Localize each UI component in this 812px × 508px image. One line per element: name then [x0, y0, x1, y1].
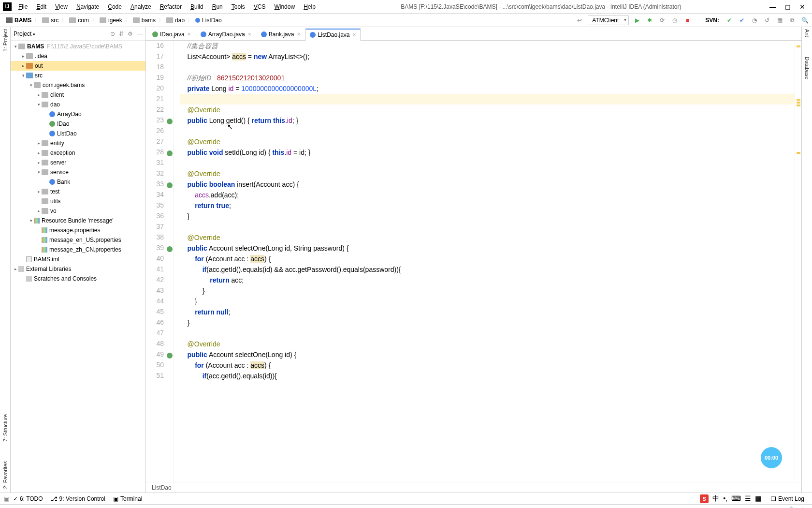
hide-panel-icon[interactable]: —	[137, 30, 143, 37]
svn-revert-icon[interactable]: ↺	[763, 16, 771, 25]
stop-button[interactable]: ■	[683, 16, 692, 25]
breadcrumb-listdao[interactable]: ListDao	[192, 16, 225, 25]
tab-bank[interactable]: Bank.java×	[257, 29, 305, 40]
tab-close-icon[interactable]: ×	[248, 31, 251, 38]
todo-tab[interactable]: ✓6: TODO	[9, 495, 47, 502]
menu-window[interactable]: Window	[270, 1, 299, 12]
menu-tools[interactable]: Tools	[228, 1, 249, 12]
menu-vcs[interactable]: VCS	[250, 1, 270, 12]
tree-item-listdao[interactable]: ListDao	[11, 129, 145, 138]
menu-run[interactable]: Run	[208, 1, 227, 12]
menu-navigate[interactable]: Navigate	[72, 1, 103, 12]
run-button[interactable]: ▶	[633, 16, 641, 25]
tree-item-bams-iml[interactable]: BAMS.iml	[11, 254, 145, 264]
tree-item-out[interactable]: ▸out	[11, 61, 145, 71]
ime-settings-icon[interactable]: ☰	[745, 494, 751, 503]
breadcrumb-igeek[interactable]: igeek	[97, 16, 125, 25]
tab-listdao[interactable]: ListDao.java×	[305, 29, 360, 41]
tree-item-service[interactable]: ▾service	[11, 167, 145, 177]
svn-update-icon[interactable]: ✔	[738, 16, 746, 25]
project-structure-icon[interactable]: ▦	[775, 16, 784, 25]
svn-history-icon[interactable]: ◔	[750, 16, 759, 25]
breadcrumb-dao[interactable]: dao	[163, 16, 188, 25]
rail-database-tab[interactable]: Database	[804, 57, 810, 79]
debug-button[interactable]: ✱	[645, 16, 654, 25]
menu-analyze[interactable]: Analyze	[127, 1, 155, 12]
tree-item-message-zh-cn-properties[interactable]: message_zh_CN.properties	[11, 245, 145, 254]
menu-edit[interactable]: Edit	[32, 1, 50, 12]
timer-badge[interactable]: 00:00	[761, 447, 782, 468]
editor-breadcrumb[interactable]: ListDao	[146, 482, 801, 493]
breadcrumb-bams[interactable]: bams	[130, 16, 159, 25]
rail-structure-tab[interactable]: 7: Structure	[2, 414, 8, 442]
vcs-tab[interactable]: ⎇9: Version Control	[47, 495, 109, 502]
code-editor[interactable]: //集合容器 List<Account> accs = new ArrayLis…	[174, 41, 795, 482]
tree-item-src[interactable]: ▾src	[11, 71, 145, 80]
tree-item-entity[interactable]: ▸entity	[11, 138, 145, 148]
tree-item-vo[interactable]: ▸vo	[11, 206, 145, 216]
breadcrumb-com[interactable]: com	[66, 16, 92, 25]
menu-build[interactable]: Build	[187, 1, 207, 12]
tree-item-test[interactable]: ▸test	[11, 187, 145, 196]
tree-item-client[interactable]: ▸client	[11, 90, 145, 100]
error-stripe[interactable]	[795, 41, 801, 482]
menu-view[interactable]: View	[51, 1, 72, 12]
rail-project-tab[interactable]: 1: Project	[2, 29, 8, 51]
tree-item-scratches-and-consoles[interactable]: Scratches and Consoles	[11, 274, 145, 284]
event-log-tab[interactable]: ❑Event Log	[767, 495, 808, 502]
tree-item-utils[interactable]: utils	[11, 196, 145, 206]
file-icon	[26, 256, 32, 262]
breadcrumb-src[interactable]: src	[39, 16, 61, 25]
tree-item-exception[interactable]: ▸exception	[11, 148, 145, 158]
search-everywhere-icon[interactable]: 🔍	[800, 16, 809, 25]
breadcrumb-bams[interactable]: BAMS	[3, 16, 34, 25]
tree-item-arraydao[interactable]: ArrayDao	[11, 109, 145, 119]
settings-gear-icon[interactable]: ⚙	[128, 30, 133, 37]
ime-punct-icon[interactable]: •,	[723, 494, 727, 503]
tab-arraydao[interactable]: ArrayDao.java×	[196, 29, 256, 40]
tab-close-icon[interactable]: ×	[353, 31, 356, 38]
collapse-all-icon[interactable]: ⇵	[119, 30, 124, 37]
iface-icon	[152, 31, 158, 37]
tree-item-dao[interactable]: ▾dao	[11, 100, 145, 109]
profile-button[interactable]: ◷	[670, 16, 679, 25]
line-gutter[interactable]: 1617181920212223262728313233343536373839…	[146, 41, 174, 482]
tab-close-icon[interactable]: ×	[188, 31, 191, 38]
tree-item-external-libraries[interactable]: ▸External Libraries	[11, 264, 145, 274]
close-button[interactable]: ✕	[799, 3, 805, 11]
menu-refactor[interactable]: Refactor	[156, 1, 186, 12]
settings-icon[interactable]: ⧉	[788, 16, 797, 25]
ime-menu-icon[interactable]: ▦	[755, 494, 761, 503]
project-tree[interactable]: ▾BAMSF:\115\2.JavaSE\code\BAMS▸.idea▸out…	[11, 41, 145, 493]
terminal-tab[interactable]: ▣Terminal	[109, 495, 146, 502]
tab-close-icon[interactable]: ×	[297, 31, 300, 38]
scroll-to-source-icon[interactable]: ⊙	[110, 30, 115, 37]
ime-softkey-icon[interactable]: ⌨	[731, 494, 741, 503]
menu-code[interactable]: Code	[104, 1, 126, 12]
tree-item-message-properties[interactable]: message.properties	[11, 225, 145, 235]
tree-item-bank[interactable]: Bank	[11, 177, 145, 187]
maximize-button[interactable]: ◻	[785, 3, 791, 11]
ime-lang-icon[interactable]: 中	[712, 494, 719, 503]
svn-commit-icon[interactable]: ✔	[725, 16, 734, 25]
tree-item-bams[interactable]: ▾BAMSF:\115\2.JavaSE\code\BAMS	[11, 42, 145, 51]
run-config-selector[interactable]: ATMClient	[588, 15, 629, 25]
tree-item-message-en-us-properties[interactable]: message_en_US.properties	[11, 235, 145, 245]
menu-help[interactable]: Help	[300, 1, 319, 12]
tab-idao[interactable]: IDao.java×	[148, 29, 195, 40]
tree-item-com-igeek-bams[interactable]: ▾com.igeek.bams	[11, 80, 145, 90]
coverage-button[interactable]: ⟳	[658, 16, 667, 25]
project-view-selector[interactable]: Project	[14, 30, 35, 37]
tree-item-idao[interactable]: IDao	[11, 119, 145, 129]
rail-favorites-tab[interactable]: 2: Favorites	[2, 461, 8, 489]
rail-ant-tab[interactable]: Ant	[804, 29, 810, 37]
tree-item--idea[interactable]: ▸.idea	[11, 51, 145, 61]
editor-area: IDao.java×ArrayDao.java×Bank.java×ListDa…	[146, 27, 801, 493]
back-icon[interactable]: ↩	[575, 16, 584, 25]
sogou-ime-icon[interactable]: S	[700, 494, 709, 503]
tool-window-toggle-icon[interactable]: ▣	[4, 495, 9, 502]
tree-item-server[interactable]: ▸server	[11, 158, 145, 167]
minimize-button[interactable]: —	[769, 3, 776, 11]
menu-file[interactable]: File	[14, 1, 31, 12]
tree-item-resource-bundle-message-[interactable]: ▾Resource Bundle 'message'	[11, 216, 145, 225]
